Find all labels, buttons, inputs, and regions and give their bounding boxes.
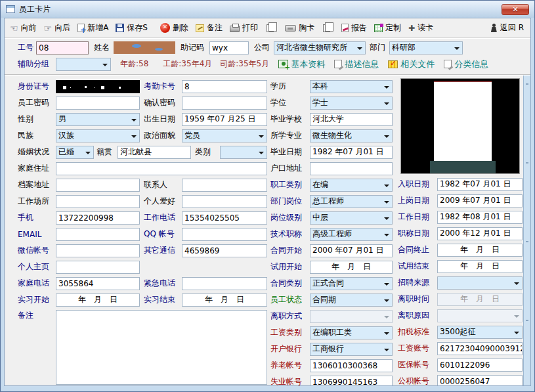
work-phone-field[interactable]: 15354025505 <box>182 211 267 225</box>
medical-account-label: 医保帐号 <box>398 359 437 370</box>
homepage-field[interactable] <box>56 261 140 274</box>
read-card-button[interactable]: 读卡 <box>408 22 433 33</box>
add-button[interactable]: 新增A <box>77 22 108 33</box>
emergency-phone-field[interactable] <box>182 277 267 290</box>
file-address-field[interactable] <box>56 179 140 192</box>
work-date-field[interactable]: 1982 年08 月01 日 <box>437 211 523 224</box>
forward-button[interactable]: 向前 <box>10 22 37 33</box>
probation-start-field[interactable]: 年 月 日 <box>310 261 393 274</box>
name-field-redacted[interactable] <box>114 41 175 54</box>
print-button[interactable]: 打印 <box>230 22 258 33</box>
related-files-icon <box>388 60 398 68</box>
grad-date-field[interactable]: 1982 年07 月01 日 <box>310 146 393 159</box>
wechat-field[interactable] <box>56 244 140 257</box>
home-address-field[interactable] <box>56 162 267 175</box>
post-date-field[interactable]: 2009 年07 月01 日 <box>437 194 523 207</box>
emp-status-dropdown[interactable]: 合同期 <box>310 294 393 307</box>
password-field[interactable] <box>56 97 140 110</box>
fund-account-field[interactable]: 0000256047 <box>437 375 523 387</box>
school-field[interactable]: 河北大学 <box>310 113 393 126</box>
form-row: 开户银行 工商银行 <box>270 341 394 357</box>
header-panel: 工号 08 姓名 助记码 wyx 公司 河北省微生物研究所 部门 科研部 辅助分… <box>5 38 530 75</box>
ethnicity-dropdown[interactable]: 汉族 <box>56 129 140 142</box>
degree-dropdown[interactable]: 学士 <box>310 97 393 110</box>
tab-classification-info[interactable]: 分类信息 <box>444 58 488 70</box>
birth-date-field[interactable]: 1959 年07 月25 日 <box>182 113 267 126</box>
note-button[interactable]: 备注 <box>196 22 223 33</box>
badge-preview-button[interactable] <box>322 24 330 32</box>
remark-textarea[interactable] <box>56 310 267 385</box>
bank-dropdown[interactable]: 工商银行 <box>310 343 393 356</box>
photo-redaction <box>434 81 492 173</box>
hobby-field[interactable] <box>182 195 267 208</box>
medical-account-field[interactable]: 6010122096 <box>437 359 523 372</box>
emp-no-field[interactable]: 08 <box>36 41 89 54</box>
tab-basic-info[interactable]: 基本资料 <box>278 58 325 70</box>
hukou-address-field[interactable] <box>310 162 393 175</box>
pension-account-field[interactable]: 1306010300368 <box>310 359 393 372</box>
salary-type-dropdown[interactable]: 在编职工类 <box>310 326 393 339</box>
form-row: 职工类别 在编 <box>270 177 394 193</box>
attend-card-field[interactable]: 8 <box>182 80 267 93</box>
id-card-field-redacted[interactable] <box>56 80 140 93</box>
intern-end-field[interactable]: 年 月 日 <box>182 294 267 307</box>
intern-start-label: 实习开始 <box>18 294 56 305</box>
tax-standard-dropdown[interactable]: 3500起征 <box>437 326 523 339</box>
workplace-field[interactable] <box>56 195 140 208</box>
political-dropdown[interactable]: 党员 <box>182 129 267 142</box>
dept-dropdown[interactable]: 科研部 <box>389 41 463 54</box>
aux-group-dropdown[interactable] <box>56 58 111 71</box>
qq-field[interactable] <box>182 228 267 241</box>
form-row: 合同类别 正式合同 <box>270 275 394 292</box>
return-button[interactable]: 返回 R <box>490 22 524 33</box>
other-comm-field[interactable]: 4659869 <box>182 244 267 257</box>
save-button[interactable]: 保存S <box>116 22 148 33</box>
intern-start-field[interactable]: 年 月 日 <box>56 294 140 307</box>
education-dropdown[interactable]: 本科 <box>310 80 393 93</box>
return-label: 返回 R <box>500 22 524 33</box>
contact-field[interactable] <box>182 179 267 192</box>
post-level-dropdown[interactable]: 中层 <box>310 211 393 225</box>
print-preview-button[interactable] <box>265 24 274 32</box>
major-dropdown[interactable]: 微生物生化 <box>310 129 393 142</box>
close-button[interactable]: ✕ <box>502 4 529 15</box>
hire-date-field[interactable]: 1982 年07 月01 日 <box>437 178 523 191</box>
form-row: 职称日期 2000 年12 月01 日 <box>398 225 524 242</box>
contract-end-field[interactable]: 年 月 日 <box>437 244 523 257</box>
recruit-source-dropdown[interactable] <box>437 276 523 290</box>
email-field[interactable] <box>56 228 140 241</box>
form-row: 技术职称 高级工程师 <box>270 226 394 242</box>
mnemonic-field[interactable]: wyx <box>209 41 249 54</box>
home-phone-field[interactable]: 3055864 <box>56 277 140 290</box>
contract-type-dropdown[interactable]: 正式合同 <box>310 277 393 290</box>
customize-button[interactable]: 定制 <box>374 22 401 33</box>
confirm-password-field[interactable] <box>182 97 267 110</box>
unemployment-account-field[interactable]: 1306990145163 <box>310 376 393 387</box>
company-dropdown[interactable]: 河北省微生物研究所 <box>274 41 366 54</box>
salary-type-label: 工资类别 <box>270 327 310 338</box>
title-date-field[interactable]: 2000 年12 月01 日 <box>437 227 523 240</box>
staff-type-dropdown[interactable]: 在编 <box>310 179 393 192</box>
chevron-down-icon <box>357 47 362 50</box>
mobile-field[interactable]: 13722200998 <box>56 211 140 225</box>
probation-end-field[interactable]: 年 月 日 <box>437 260 523 273</box>
delete-label: 删除 <box>173 22 188 33</box>
tab-description-info[interactable]: 描述信息 <box>334 58 379 70</box>
dept-post-dropdown[interactable]: 总工程师 <box>310 195 393 208</box>
copies-icon <box>267 24 274 32</box>
backward-button[interactable]: 向后 <box>44 22 71 33</box>
work-date-label: 工作日期 <box>398 211 437 223</box>
category-dropdown[interactable] <box>220 146 267 159</box>
native-place-field[interactable]: 河北献县 <box>118 146 191 159</box>
marital-dropdown[interactable]: 已婚 <box>56 146 94 159</box>
delete-button[interactable]: 删除 <box>160 22 188 33</box>
salary-account-field[interactable]: 6217230409000391267 <box>437 342 523 355</box>
contract-start-field[interactable]: 2000 年07 月01 日 <box>310 244 393 257</box>
report-button[interactable]: 报告 <box>341 22 367 33</box>
gender-dropdown[interactable]: 男 <box>56 113 140 126</box>
fund-account-label: 公积帐号 <box>398 376 437 386</box>
badge-button[interactable]: 胸卡 <box>285 22 314 33</box>
tab-related-files[interactable]: 相关文件 <box>388 58 435 70</box>
employee-photo[interactable] <box>400 78 520 174</box>
tech-title-dropdown[interactable]: 高级工程师 <box>310 228 393 241</box>
